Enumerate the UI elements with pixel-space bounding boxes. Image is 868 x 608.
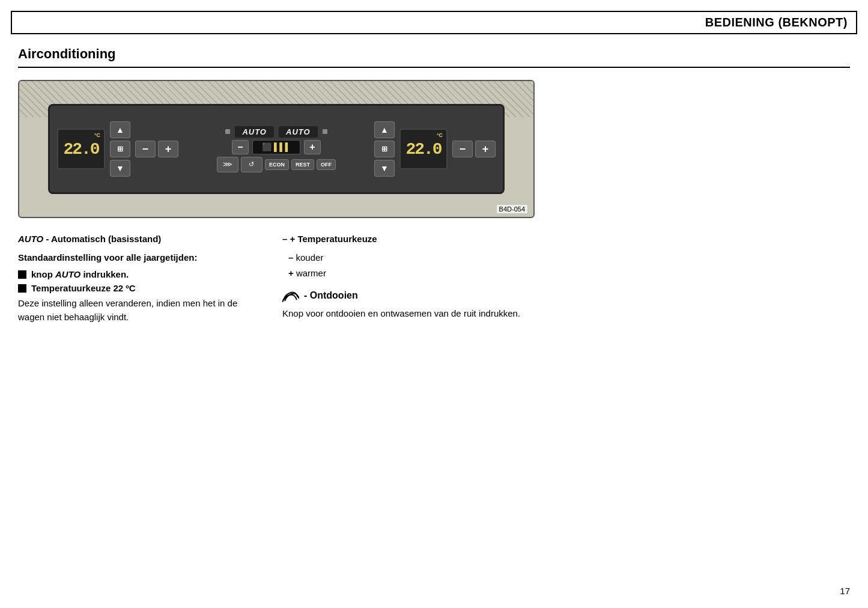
defrost-icon [282,289,299,302]
right-plus-button[interactable] [475,141,496,157]
left-celsius: °C [94,132,100,138]
center-panel: AUTO AUTO ⬛ ▌▌▌ ⋙ ↺ [183,126,369,172]
right-minus-button[interactable] [452,141,473,157]
left-monitor-button[interactable] [110,141,130,157]
section-divider [18,67,850,68]
ac-panel-container: °C 22.0 AUTO AUTO [18,80,535,218]
right-monitor-button[interactable] [374,141,395,157]
auto-heading-rest: - Automatisch (basisstand) [43,234,161,244]
header-bar: BEDIENING (BEKNOPT) [11,11,857,34]
page-number: 17 [840,586,850,596]
off-button[interactable]: OFF [317,159,336,170]
bullet-2-text: Temperatuurkeuze 22 ºC [31,283,136,293]
fan-plus-button[interactable] [304,140,321,154]
fan-display-text: ⬛ ▌▌▌ [262,142,290,151]
right-celsius: °C [437,132,443,138]
left-arrow-down-button[interactable] [110,160,130,177]
bullet-1-italic: AUTO [55,269,80,279]
body-text: Deze instelling alleen veranderen, indie… [18,297,258,324]
right-display-unit: °C 22.0 [399,129,448,169]
fan-display: ⬛ ▌▌▌ [252,140,300,154]
bullet-1-text: knop AUTO indrukken. [31,269,129,279]
temp-heading: – + Temperatuurkeuze [282,233,850,246]
content-columns: AUTO - Automatisch (basisstand) Standaar… [18,233,850,329]
bullet-square-2 [18,284,26,293]
right-controls [374,121,395,177]
bottom-buttons-row: ⋙ ↺ ECON REST OFF [217,157,336,172]
left-minus-plus-row [135,141,178,157]
kouder-label: – [288,252,293,263]
right-minus-plus-row [452,141,496,157]
defrost-body-text: Knop voor ontdooien en ontwasemen van de… [282,307,850,321]
defrost-section: - Ontdooien Knop voor ontdooien en ontwa… [282,289,850,321]
left-display-digits: 22.0 [63,140,99,159]
left-display-unit: °C 22.0 [57,129,105,169]
left-plus-button[interactable] [158,141,178,157]
recirculate-icon: ↺ [249,160,254,168]
auto-row: AUTO AUTO [183,126,369,138]
defrost-symbol-svg [282,289,299,302]
left-arrow-up-button[interactable] [110,121,130,138]
standaard-heading: Standaardinstelling voor alle jaargetijd… [18,251,258,265]
defrost-heading-text: - Ontdooien [304,290,358,301]
auto-label-2: AUTO [279,126,318,138]
panel-ref-label: B4D-054 [497,205,527,213]
fan-row: ⬛ ▌▌▌ [183,140,369,154]
right-arrow-down-button[interactable] [374,160,395,177]
bullet-item-2: Temperatuurkeuze 22 ºC [18,283,258,293]
warmer-label: + [288,268,294,278]
bullet-1-suffix: indrukken. [80,269,129,279]
ac-panel: °C 22.0 AUTO AUTO [48,104,505,194]
right-column: – + Temperatuurkeuze – kouder + warmer [282,233,850,329]
defrost-front-button[interactable]: ⋙ [217,157,238,172]
recirculate-button[interactable]: ↺ [241,157,263,172]
bullet-square-1 [18,270,26,279]
left-controls [110,121,130,177]
warmer-text: warmer [296,268,326,278]
warmer-item: + warmer [282,267,850,281]
fan-minus-button[interactable] [232,140,249,154]
bullet-1-prefix: knop [31,269,55,279]
auto-bold-italic: AUTO [18,234,43,244]
page-content: Airconditioning °C 22.0 [0,34,868,347]
right-display-digits: 22.0 [405,140,441,159]
auto-dot-right [323,129,327,134]
auto-label-1: AUTO [235,126,274,138]
kouder-item: – kouder [282,251,850,265]
right-arrow-up-button[interactable] [374,121,395,138]
section-title: Airconditioning [18,46,850,62]
defrost-heading: - Ontdooien [282,289,850,302]
header-title: BEDIENING (BEKNOPT) [705,16,848,29]
defrost-front-icon: ⋙ [223,160,232,168]
bullet-item-1: knop AUTO indrukken. [18,269,258,279]
auto-dot-left [225,129,230,134]
econ-button[interactable]: ECON [265,159,289,170]
left-minus-button[interactable] [135,141,156,157]
kouder-text: kouder [296,252,324,263]
temp-heading-text: – + Temperatuurkeuze [282,234,377,244]
standaard-heading-text: Standaardinstelling voor alle jaargetijd… [18,252,197,263]
rest-button[interactable]: REST [291,159,314,170]
left-column: AUTO - Automatisch (basisstand) Standaar… [18,233,258,329]
auto-description-heading: AUTO - Automatisch (basisstand) [18,233,258,246]
